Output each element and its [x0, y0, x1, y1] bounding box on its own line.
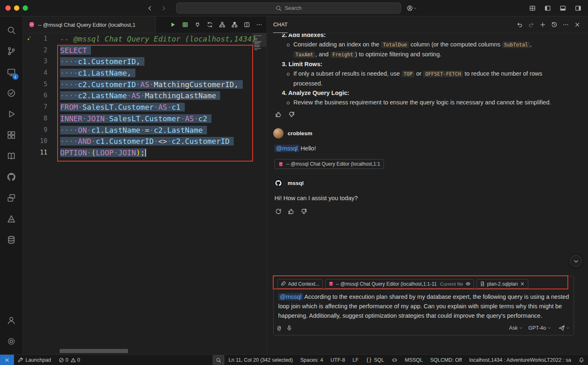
launchpad[interactable]: Launchpad	[14, 355, 55, 365]
eol[interactable]: LF	[349, 355, 363, 365]
notifications[interactable]	[575, 355, 588, 365]
sqlcmd[interactable]: SQLCMD: Off	[427, 355, 466, 365]
refresh-arrows-icon	[207, 21, 213, 28]
github[interactable]	[2, 166, 21, 187]
accounts[interactable]	[2, 310, 21, 331]
run-query[interactable]	[168, 20, 178, 30]
code-line[interactable]: 5····c2.CustomerID·AS·MatchingCustomerID…	[23, 79, 267, 90]
user-message-header: croblesm	[273, 128, 582, 139]
thumbs-down-button[interactable]	[288, 111, 295, 119]
code-line[interactable]: 7FROM·SalesLT.Customer·AS·c1	[23, 102, 267, 113]
code-line[interactable]: 11OPTION·(LOOP·JOIN);	[23, 147, 267, 159]
mention-button[interactable]: @	[277, 325, 281, 331]
message-attachment-pill[interactable]: -- @mssql Chat Query Editor (localhost,1…	[274, 159, 384, 169]
run-and-debug[interactable]	[2, 104, 21, 125]
editor-tab[interactable]: -- @mssql Chat Query Editor (localhost,1	[23, 16, 156, 33]
close-icon[interactable]	[520, 281, 525, 286]
inline-code: SubTotal	[502, 42, 530, 48]
toggle-panel[interactable]	[558, 3, 568, 13]
context-current-file[interactable]: -- @mssql Chat Query Editor (localhost,1…	[325, 279, 474, 289]
inline-code: Freight	[330, 51, 356, 58]
model-picker[interactable]: GPT-4o	[527, 324, 553, 332]
source-control[interactable]	[2, 41, 21, 62]
language-mode[interactable]: {}SQL	[362, 355, 388, 365]
problems[interactable]: 00	[55, 355, 84, 365]
connection[interactable]: localhost,1434 : AdventureWorksLT2022 : …	[465, 355, 575, 365]
chat-conversation[interactable]: 2. Add Indexes:Consider adding an index …	[267, 34, 588, 274]
extensions[interactable]	[2, 125, 21, 146]
code-line[interactable]: 6····c2.LastName·AS·MatchingLastName	[23, 90, 267, 102]
show-history[interactable]	[550, 20, 559, 29]
copilot-status[interactable]	[388, 355, 401, 365]
search[interactable]	[2, 20, 21, 41]
estimated-plan[interactable]	[217, 20, 227, 30]
go-back[interactable]	[145, 3, 155, 13]
copilot-sparkle-icon[interactable]: ✦	[27, 36, 32, 42]
code-line[interactable]: 3····c1.CustomerID,	[23, 56, 267, 67]
plan-icon	[219, 21, 225, 28]
eye-icon[interactable]	[465, 281, 471, 286]
assistant-name: mssql	[288, 180, 304, 186]
cursor-position[interactable]: Ln 11, Col 20 (342 selected)	[225, 355, 297, 365]
new-chat[interactable]	[538, 20, 547, 29]
close-window[interactable]	[5, 5, 11, 11]
close-chat[interactable]	[573, 20, 582, 29]
add-context-button[interactable]: Add Context...	[277, 279, 323, 289]
code-line[interactable]: 9····ON·c1.LastName·=·c2.LastName	[23, 125, 267, 136]
documentation[interactable]	[2, 146, 21, 166]
chat-input-text[interactable]: @mssqlAccording to the execution plan sh…	[278, 292, 569, 321]
remote-indicator[interactable]	[0, 355, 14, 365]
context-current-file-label: -- @mssql Chat Query Editor (localhost,1…	[336, 281, 437, 287]
azure[interactable]	[2, 208, 21, 229]
encoding[interactable]: UTF-8	[327, 355, 349, 365]
open-results[interactable]	[180, 20, 190, 30]
chat-panel-title[interactable]: CHAT	[273, 16, 288, 33]
remote-explorer[interactable]: 1	[2, 62, 21, 83]
copilot-account-menu[interactable]	[407, 3, 417, 13]
undo-request[interactable]	[515, 20, 524, 29]
code-line[interactable]: 10····AND·c1.CustomerID·<>·c2.CustomerID	[23, 136, 267, 147]
thumbs-up-button[interactable]	[288, 208, 295, 216]
account-icon	[407, 5, 413, 12]
database-projects[interactable]	[2, 229, 21, 250]
code-line[interactable]: 2SELECT	[23, 45, 267, 56]
change-connection[interactable]	[205, 20, 215, 30]
toggle-secondary-sidebar[interactable]	[573, 3, 583, 13]
remote-targets[interactable]	[2, 187, 21, 208]
context-plan-file[interactable]: plan-2.sqlplan	[476, 279, 529, 289]
send-button[interactable]	[558, 325, 570, 331]
toggle-primary-sidebar[interactable]	[543, 3, 553, 13]
thumbs-down-button[interactable]	[300, 208, 307, 216]
connect[interactable]	[193, 20, 202, 30]
microphone-button[interactable]	[286, 325, 293, 331]
thumbs-up-button[interactable]	[275, 111, 282, 119]
assistant-message-header: mssql	[273, 178, 582, 188]
zoom-indicator[interactable]	[213, 355, 224, 365]
code-line[interactable]: 4····c1.LastName,	[23, 67, 267, 79]
zoom-window[interactable]	[23, 5, 28, 11]
go-forward[interactable]	[159, 3, 169, 13]
chat-mode-picker[interactable]: Ask	[507, 324, 525, 332]
more-chat-actions[interactable]	[561, 20, 570, 29]
command-center-search[interactable]: Search	[176, 2, 401, 14]
enable-actual-plan[interactable]	[230, 20, 239, 30]
testing[interactable]	[2, 83, 21, 104]
scroll-to-bottom-button[interactable]	[570, 255, 582, 267]
redo-request[interactable]	[527, 20, 536, 29]
horizontal-scrollbar[interactable]	[60, 349, 128, 353]
settings[interactable]	[2, 331, 21, 352]
chat-input-container: Add Context...-- @mssql Chat Query Edito…	[273, 276, 574, 335]
mssql-extension[interactable]: MSSQL	[401, 355, 427, 365]
indentation[interactable]: Spaces: 4	[297, 355, 327, 365]
code-line[interactable]: 1-- @mssql Chat Query Editor (localhost,…	[23, 33, 267, 45]
more-editor-actions[interactable]	[254, 20, 264, 30]
minimize-window[interactable]	[14, 5, 19, 11]
editor[interactable]: ✦ 1-- @mssql Chat Query Editor (localhos…	[23, 33, 267, 354]
split-editor[interactable]	[242, 20, 252, 30]
minimap[interactable]	[254, 35, 263, 51]
customize-layout[interactable]	[528, 3, 537, 13]
rerun-button[interactable]	[275, 208, 282, 216]
thumb-icon	[288, 111, 295, 118]
code-line[interactable]: 8INNER·JOIN·SalesLT.Customer·AS·c2	[23, 113, 267, 125]
participant-chip[interactable]: @mssql	[274, 145, 300, 152]
